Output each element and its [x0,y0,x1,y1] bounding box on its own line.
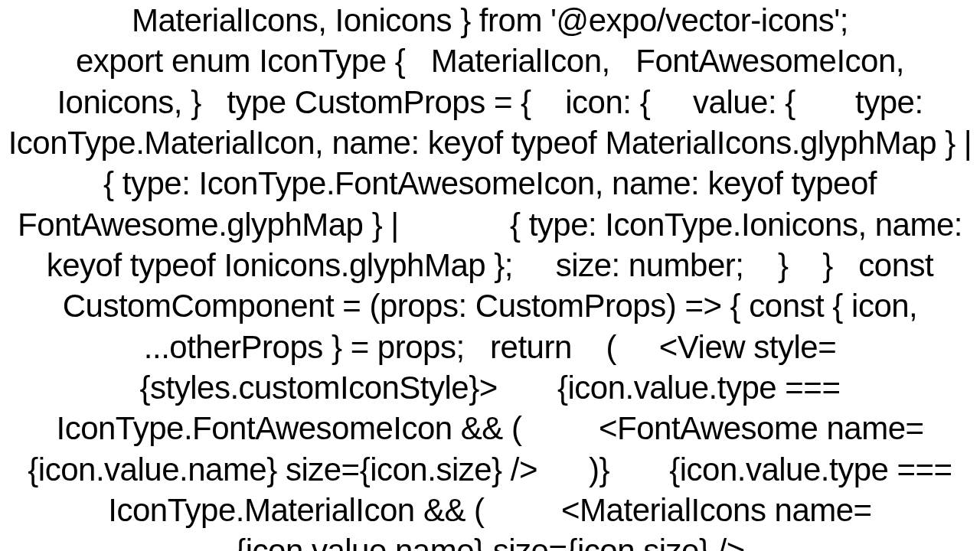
code-snippet: MaterialIcons, Ionicons } from '@expo/ve… [8,0,972,551]
